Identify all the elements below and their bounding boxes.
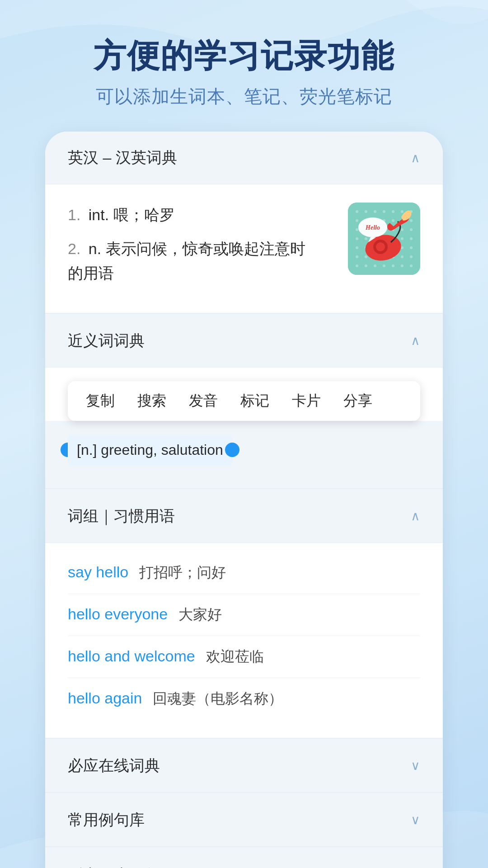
phrase-list: say hello 打招呼；问好 hello everyone 大家好 hell… — [45, 543, 443, 738]
svg-point-45 — [374, 264, 376, 267]
phrases-section-title: 词组｜习惯用语 — [68, 506, 175, 527]
context-menu-search[interactable]: 搜索 — [137, 391, 166, 411]
page-container: 方便的学习记录功能 可以添加生词本、笔记、荧光笔标记 英汉 – 汉英词典 ∧ 1… — [0, 0, 488, 868]
phrase-item-hello-everyone[interactable]: hello everyone 大家好 — [68, 594, 420, 636]
svg-point-20 — [401, 228, 404, 231]
def-num-1: 1. — [68, 206, 80, 223]
selected-text-area: [n.] greeting, salutation — [45, 421, 443, 488]
context-menu-wrapper: 复制 搜索 发音 标记 卡片 分享 — [45, 368, 443, 421]
bing-dictionary-section: 必应在线词典 ∨ — [45, 740, 443, 792]
svg-point-49 — [410, 264, 413, 267]
bing-chevron-down-icon: ∨ — [411, 758, 420, 773]
sub-title: 可以添加生词本、笔记、荧光笔标记 — [94, 84, 394, 109]
divider-1 — [45, 313, 443, 314]
phrase-en-say-hello: say hello — [68, 563, 128, 581]
svg-point-23 — [365, 237, 367, 240]
synonym-section: 近义词词典 ∧ 复制 搜索 发音 标记 卡片 分享 [n.] greeting, — [45, 315, 443, 488]
example-sentences-title: 常用例句库 — [68, 810, 145, 830]
svg-point-35 — [410, 246, 413, 249]
phrase-cn-say-hello: 打招呼；问好 — [139, 563, 226, 583]
example-sentences-chevron-down-icon: ∨ — [411, 812, 420, 827]
phrase-cn-hello-welcome: 欢迎莅临 — [206, 647, 264, 667]
svg-point-22 — [356, 237, 358, 240]
def-text-2: n. 表示问候，惊奇或唤起注意时的用语 — [68, 240, 305, 282]
phrases-section: 词组｜习惯用语 ∧ say hello 打招呼；问好 hello everyon… — [45, 490, 443, 738]
bing-section-header[interactable]: 必应在线词典 ∨ — [45, 740, 443, 792]
bing-section-title: 必应在线词典 — [68, 755, 160, 776]
context-menu-pronounce[interactable]: 发音 — [189, 391, 218, 411]
audio-examples-header[interactable]: 听力原声例句 + — [45, 848, 443, 868]
svg-point-5 — [392, 210, 394, 213]
phrase-item-hello-welcome[interactable]: hello and welcome 欢迎莅临 — [68, 636, 420, 678]
svg-text:Hello: Hello — [365, 224, 380, 231]
svg-point-8 — [356, 219, 358, 222]
selected-text-container: [n.] greeting, salutation — [68, 434, 232, 466]
svg-point-28 — [410, 237, 413, 240]
phrase-cn-hello-again: 回魂妻（电影名称） — [153, 689, 283, 709]
svg-point-3 — [374, 210, 376, 213]
context-menu-copy[interactable]: 复制 — [86, 391, 115, 411]
phrase-cn-hello-everyone: 大家好 — [178, 605, 222, 625]
definition-item-1: 1. int. 喂；哈罗 — [68, 203, 334, 227]
svg-point-27 — [401, 237, 404, 240]
svg-point-43 — [356, 264, 358, 267]
svg-point-2 — [365, 210, 367, 213]
divider-2 — [45, 488, 443, 489]
synonym-section-header[interactable]: 近义词词典 ∧ — [45, 315, 443, 368]
main-card: 英汉 – 汉英词典 ∧ 1. int. 喂；哈罗 2. n. 表示问候，惊奇或唤… — [45, 132, 443, 868]
phrase-item-say-hello[interactable]: say hello 打招呼；问好 — [68, 552, 420, 594]
example-sentences-section: 常用例句库 ∨ — [45, 794, 443, 846]
svg-point-15 — [356, 228, 358, 231]
divider-3 — [45, 738, 443, 739]
svg-point-37 — [365, 255, 367, 258]
phone-illustration: Hello — [348, 203, 420, 275]
main-title: 方便的学习记录功能 — [94, 36, 394, 75]
svg-point-42 — [410, 255, 413, 258]
example-sentences-header[interactable]: 常用例句库 ∨ — [45, 794, 443, 846]
svg-point-44 — [365, 264, 367, 267]
svg-point-4 — [383, 210, 385, 213]
svg-point-21 — [410, 228, 413, 231]
svg-point-14 — [410, 219, 413, 222]
definition-area: 1. int. 喂；哈罗 2. n. 表示问候，惊奇或唤起注意时的用语 — [45, 184, 443, 312]
dictionary-chevron-up-icon: ∧ — [411, 151, 420, 165]
definition-item-2: 2. n. 表示问候，惊奇或唤起注意时的用语 — [68, 236, 334, 286]
svg-point-47 — [392, 264, 394, 267]
svg-point-52 — [376, 242, 385, 251]
audio-examples-plus-icon[interactable]: + — [408, 864, 420, 868]
synonym-section-title: 近义词词典 — [68, 330, 145, 351]
dictionary-section-header[interactable]: 英汉 – 汉英词典 ∧ — [45, 132, 443, 184]
svg-point-6 — [401, 210, 404, 213]
phrases-chevron-up-icon: ∧ — [411, 509, 420, 524]
def-text-1: int. 喂；哈罗 — [89, 206, 175, 223]
selection-handle-right[interactable] — [225, 443, 239, 457]
dictionary-section: 英汉 – 汉英词典 ∧ 1. int. 喂；哈罗 2. n. 表示问候，惊奇或唤… — [45, 132, 443, 312]
svg-point-34 — [401, 246, 404, 249]
context-menu: 复制 搜索 发音 标记 卡片 分享 — [68, 381, 420, 421]
divider-5 — [45, 846, 443, 847]
svg-point-48 — [401, 264, 404, 267]
phrase-en-hello-welcome: hello and welcome — [68, 647, 195, 665]
header-section: 方便的学习记录功能 可以添加生词本、笔记、荧光笔标记 — [66, 36, 422, 109]
context-menu-card[interactable]: 卡片 — [292, 391, 321, 411]
svg-point-36 — [356, 255, 358, 258]
svg-point-46 — [383, 264, 385, 267]
svg-point-41 — [401, 255, 404, 258]
def-num-2: 2. — [68, 240, 80, 257]
selected-text[interactable]: [n.] greeting, salutation — [68, 434, 232, 466]
hello-image-card: Hello — [348, 203, 420, 275]
synonym-chevron-up-icon: ∧ — [411, 333, 420, 348]
audio-examples-title: 听力原声例句 — [68, 865, 160, 868]
phrase-en-hello-again: hello again — [68, 689, 142, 707]
phrases-section-header[interactable]: 词组｜习惯用语 ∧ — [45, 490, 443, 543]
phrase-en-hello-everyone: hello everyone — [68, 605, 168, 623]
context-menu-share[interactable]: 分享 — [343, 391, 372, 411]
phrase-item-hello-again[interactable]: hello again 回魂妻（电影名称） — [68, 678, 420, 720]
definitions-list: 1. int. 喂；哈罗 2. n. 表示问候，惊奇或唤起注意时的用语 — [68, 203, 334, 294]
context-menu-mark[interactable]: 标记 — [240, 391, 269, 411]
svg-point-12 — [392, 219, 394, 222]
svg-point-1 — [356, 210, 358, 213]
svg-point-29 — [356, 246, 358, 249]
audio-examples-section: 听力原声例句 + — [45, 848, 443, 868]
divider-4 — [45, 792, 443, 793]
